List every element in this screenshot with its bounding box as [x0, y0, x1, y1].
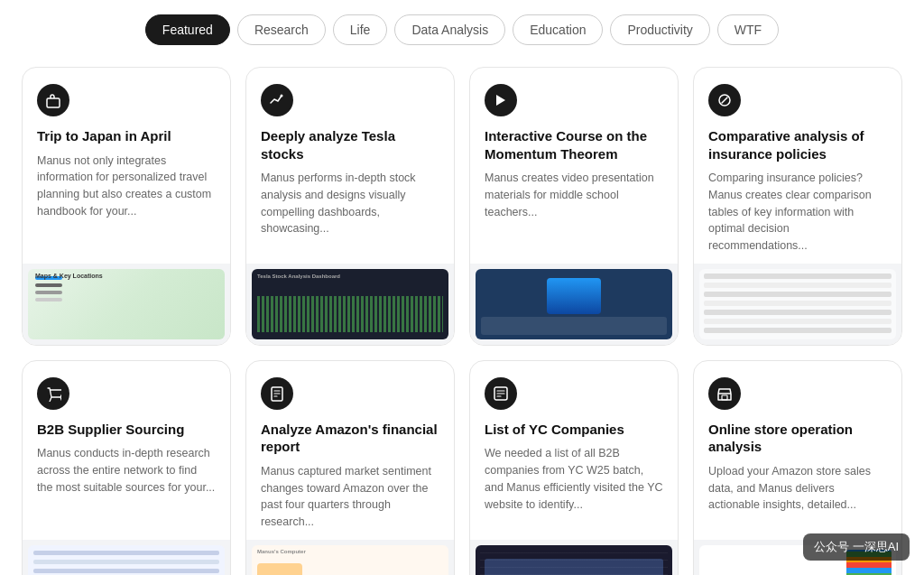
card-description: Comparing insurance policies? Manus crea… [708, 170, 887, 255]
tab-featured[interactable]: Featured [145, 14, 230, 45]
svg-rect-0 [47, 98, 60, 107]
card-description: Manus captured market sentiment changes … [261, 463, 439, 531]
card-tesla-stocks[interactable]: Deeply analyze Tesla stocks Manus perfor… [245, 67, 455, 346]
document-icon [261, 377, 293, 410]
shopping-icon [37, 377, 69, 410]
preview-visual [476, 269, 672, 339]
card-title: Interactive Course on the Momentum Theor… [485, 127, 663, 162]
card-preview [694, 264, 901, 345]
preview-visual [699, 269, 896, 339]
preview-visual [28, 269, 225, 339]
card-preview [246, 264, 454, 345]
card-description: Manus creates video presentation materia… [485, 170, 663, 255]
rocket-icon [708, 84, 741, 116]
card-insurance-analysis[interactable]: Comparative analysis of insurance polici… [693, 67, 902, 346]
card-title: Comparative analysis of insurance polici… [708, 127, 887, 162]
tab-data-analysis[interactable]: Data Analysis [394, 14, 505, 45]
card-preview [470, 540, 678, 575]
svg-point-1 [281, 95, 283, 97]
tab-productivity[interactable]: Productivity [610, 14, 709, 45]
preview-visual [252, 269, 448, 339]
tab-research[interactable]: Research [237, 14, 326, 45]
card-title: Online store operation analysis [708, 421, 887, 456]
card-preview [246, 540, 454, 575]
chart-icon [261, 84, 293, 116]
card-title: B2B Supplier Sourcing [37, 421, 216, 439]
briefcase-icon [37, 84, 69, 116]
tab-wtf[interactable]: WTF [717, 14, 779, 45]
card-description: Manus not only integrates information fo… [37, 153, 216, 255]
card-title: Analyze Amazon's financial report [261, 421, 439, 456]
preview-visual [28, 545, 225, 575]
preview-visual [252, 545, 448, 575]
tab-life[interactable]: Life [333, 14, 388, 45]
card-title: Trip to Japan in April [37, 127, 216, 145]
cards-grid: Trip to Japan in April Manus not only in… [0, 56, 924, 575]
store-icon [708, 377, 741, 410]
card-description: Manus conducts in-depth research across … [37, 445, 216, 531]
preview-visual [476, 545, 672, 575]
card-yc-companies[interactable]: List of YC Companies We needed a list of… [469, 360, 679, 575]
card-title: List of YC Companies [485, 421, 663, 439]
card-preview [23, 264, 230, 345]
card-description: Upload your Amazon store sales data, and… [708, 463, 887, 531]
card-title: Deeply analyze Tesla stocks [261, 127, 439, 162]
tab-education[interactable]: Education [513, 14, 603, 45]
card-description: Manus performs in-depth stock analysis a… [261, 170, 439, 255]
list-icon [485, 377, 517, 410]
card-b2b-sourcing[interactable]: B2B Supplier Sourcing Manus conducts in-… [22, 360, 231, 575]
card-amazon-financial[interactable]: Analyze Amazon's financial report Manus … [245, 360, 455, 575]
card-preview [23, 540, 230, 575]
card-japan-trip[interactable]: Trip to Japan in April Manus not only in… [22, 67, 231, 346]
watermark: 公众号 一深思AI [803, 533, 910, 561]
card-description: We needed a list of all B2B companies fr… [485, 445, 663, 531]
tab-bar: FeaturedResearchLifeData AnalysisEducati… [0, 0, 924, 56]
card-preview [470, 264, 678, 345]
card-momentum-course[interactable]: Interactive Course on the Momentum Theor… [469, 67, 679, 346]
play-icon [485, 84, 517, 116]
